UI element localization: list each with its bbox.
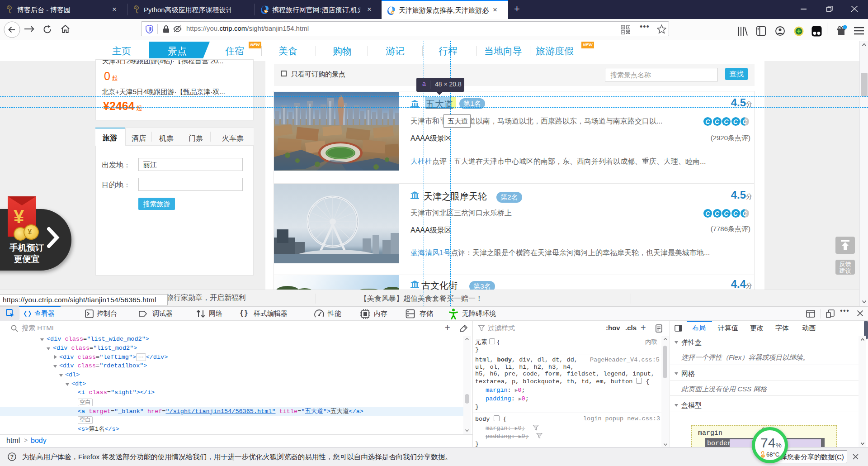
svg-text:?: ?	[10, 454, 14, 460]
